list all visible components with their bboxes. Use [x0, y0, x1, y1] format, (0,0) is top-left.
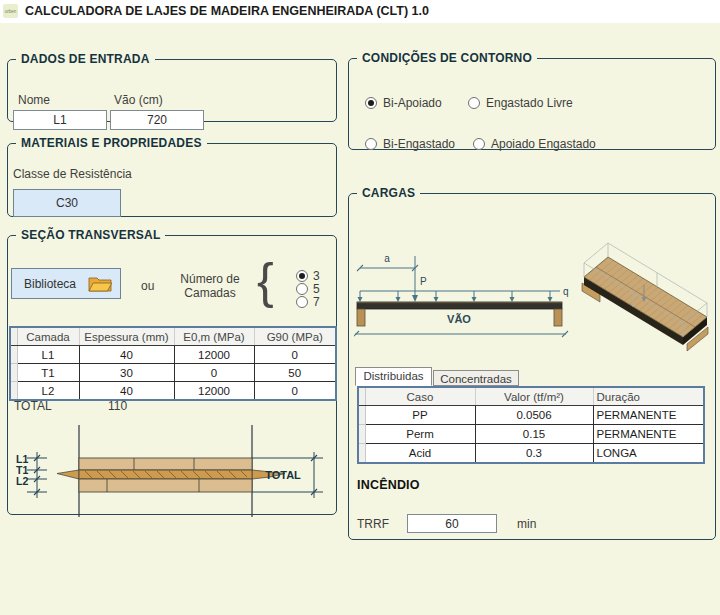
cell-espessura[interactable]: 30: [79, 364, 174, 382]
groupbox-cargas-title: CARGAS: [357, 186, 420, 200]
vao-label: Vão (cm): [114, 93, 163, 107]
groupbox-materiais-title: MATERIAIS E PROPRIEDADES: [16, 136, 207, 150]
table-row: Acid 0.3 LONGA: [358, 444, 704, 463]
tab-concentradas[interactable]: Concentradas: [433, 370, 519, 386]
table-row: L1 40 12000 0: [10, 346, 336, 364]
col-header-espessura: Espessura (mm): [79, 327, 174, 346]
biblioteca-button[interactable]: Biblioteca: [11, 268, 121, 299]
trrf-input[interactable]: [407, 514, 497, 533]
tab-distribuidas[interactable]: Distribuidas: [355, 367, 432, 386]
cell-espessura[interactable]: 40: [79, 346, 174, 364]
row-header-cell: [10, 364, 17, 382]
camadas-table: Camada Espessura (mm) E0,m (MPa) G90 (MP…: [9, 326, 337, 401]
biblioteca-button-label: Biblioteca: [24, 277, 76, 291]
radio-camadas-7-label: 7: [313, 295, 320, 309]
numero-camadas-label: Número de Camadas: [170, 272, 250, 300]
trrf-unit-label: min: [517, 517, 536, 531]
cell-valor[interactable]: 0.3: [475, 444, 593, 463]
groupbox-materiais: MATERIAIS E PROPRIEDADES Classe de Resis…: [7, 136, 337, 217]
svg-text:VÃO: VÃO: [447, 313, 471, 325]
col-header-duracao: Duração: [593, 387, 704, 406]
svg-text:q: q: [563, 286, 569, 297]
groupbox-secao-title: SEÇÃO TRANSVERSAL: [16, 228, 165, 242]
groupbox-contorno-title: CONDIÇÕES DE CONTORNO: [357, 51, 537, 65]
col-header-e0m: E0,m (MPa): [174, 327, 254, 346]
nome-label: Nome: [18, 93, 50, 107]
svg-text:a: a: [384, 253, 390, 264]
radio-bi-apoiado[interactable]: [365, 97, 377, 109]
radio-bi-engastado[interactable]: [365, 138, 377, 150]
groupbox-dados-entrada: DADOS DE ENTRADA Nome Vão (cm): [7, 52, 337, 122]
radio-apoiado-engastado[interactable]: [473, 138, 485, 150]
cell-g90[interactable]: 0: [254, 346, 336, 364]
row-header-cell: [10, 346, 17, 364]
row-header-cell: [10, 382, 17, 401]
cell-espessura[interactable]: 40: [79, 382, 174, 401]
incendio-heading: INCÊNDIO: [357, 478, 420, 492]
vao-input[interactable]: [110, 110, 204, 130]
total-value: 110: [108, 399, 127, 413]
groupbox-condicoes-contorno: CONDIÇÕES DE CONTORNO Bi-Apoiado Engasta…: [348, 51, 716, 150]
cell-duracao[interactable]: PERMANENTE: [593, 425, 704, 444]
row-header-cell: [358, 425, 365, 444]
radio-camadas-7[interactable]: [296, 296, 308, 308]
svg-text:TOTAL: TOTAL: [265, 469, 301, 481]
radio-camadas-3-label: 3: [313, 269, 320, 283]
table-row: T1 30 0 50: [10, 364, 336, 382]
radio-apoiado-engastado-label: Apoiado Engastado: [491, 137, 596, 151]
col-header-g90: G90 (MPa): [254, 327, 336, 346]
app-icon: urben: [3, 4, 18, 18]
cargas-table-header-row: Caso Valor (tf/m²) Duração: [358, 387, 704, 406]
cell-g90[interactable]: 50: [254, 364, 336, 382]
cell-valor[interactable]: 0.15: [475, 425, 593, 444]
cargas-table: Caso Valor (tf/m²) Duração PP 0.0506 PER…: [357, 386, 705, 464]
row-header-cell: [358, 444, 365, 463]
cell-duracao[interactable]: LONGA: [593, 444, 704, 463]
table-row: Perm 0.15 PERMANENTE: [358, 425, 704, 444]
row-header-corner: [358, 387, 365, 406]
cross-section-diagram: L1 T1 L2 TOTAL: [11, 417, 333, 523]
cell-camada[interactable]: L2: [17, 382, 79, 401]
groupbox-secao-transversal: SEÇÃO TRANSVERSAL Biblioteca ou Número d…: [7, 228, 337, 515]
window-title: CALCULADORA DE LAJES DE MADEIRA ENGENHEI…: [25, 0, 429, 23]
svg-text:P: P: [420, 276, 427, 287]
classe-resistencia-button[interactable]: C30: [13, 189, 121, 217]
slab-3d-image: [572, 237, 717, 357]
col-header-camada: Camada: [17, 327, 79, 346]
table-row: PP 0.0506 PERMANENTE: [358, 406, 704, 425]
radio-engastado-livre[interactable]: [468, 97, 480, 109]
cell-e0m[interactable]: 0: [174, 364, 254, 382]
table-row: L2 40 12000 0: [10, 382, 336, 401]
cell-camada[interactable]: L1: [17, 346, 79, 364]
radio-camadas-5[interactable]: [296, 283, 308, 295]
brace-glyph: {: [257, 255, 274, 307]
radio-camadas-5-label: 5: [313, 282, 320, 296]
nome-input[interactable]: [13, 110, 107, 130]
radio-engastado-livre-label: Engastado Livre: [486, 96, 573, 110]
cell-caso[interactable]: Perm: [365, 425, 475, 444]
row-header-corner: [10, 327, 17, 346]
radio-camadas-3[interactable]: [296, 270, 308, 282]
folder-icon: [88, 275, 112, 292]
cell-caso[interactable]: Acid: [365, 444, 475, 463]
groupbox-dados-entrada-title: DADOS DE ENTRADA: [16, 52, 155, 66]
cell-e0m[interactable]: 12000: [174, 346, 254, 364]
classe-resistencia-label: Classe de Resistência: [13, 167, 132, 181]
col-header-caso: Caso: [365, 387, 475, 406]
camadas-table-header-row: Camada Espessura (mm) E0,m (MPa) G90 (MP…: [10, 327, 336, 346]
cell-valor[interactable]: 0.0506: [475, 406, 593, 425]
beam-load-diagram: a P q VÃO: [354, 238, 569, 338]
radio-bi-engastado-label: Bi-Engastado: [383, 137, 455, 151]
cell-camada[interactable]: T1: [17, 364, 79, 382]
svg-text:L2: L2: [16, 475, 28, 487]
total-label: TOTAL: [14, 399, 52, 413]
window-titlebar: urben CALCULADORA DE LAJES DE MADEIRA EN…: [0, 0, 720, 23]
row-header-cell: [358, 406, 365, 425]
cell-e0m[interactable]: 12000: [174, 382, 254, 401]
groupbox-cargas: CARGAS a P q VÃO: [348, 186, 716, 540]
cell-duracao[interactable]: PERMANENTE: [593, 406, 704, 425]
col-header-valor: Valor (tf/m²): [475, 387, 593, 406]
cell-caso[interactable]: PP: [365, 406, 475, 425]
radio-bi-apoiado-label: Bi-Apoiado: [383, 96, 442, 110]
cell-g90[interactable]: 0: [254, 382, 336, 401]
